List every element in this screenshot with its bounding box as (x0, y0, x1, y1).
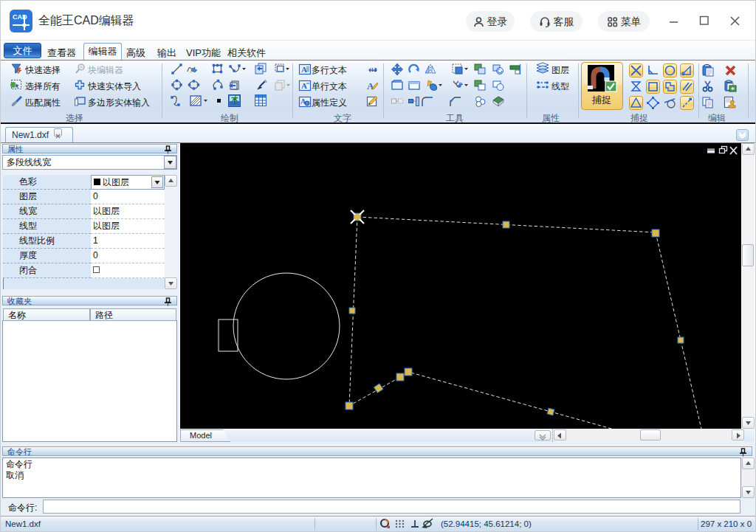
svg-text:12: 12 (371, 67, 377, 72)
svg-text:A: A (301, 81, 307, 90)
svg-text:A: A (301, 65, 307, 74)
svg-text:A: A (367, 80, 374, 91)
svg-text:捕捉: 捕捉 (591, 94, 611, 106)
